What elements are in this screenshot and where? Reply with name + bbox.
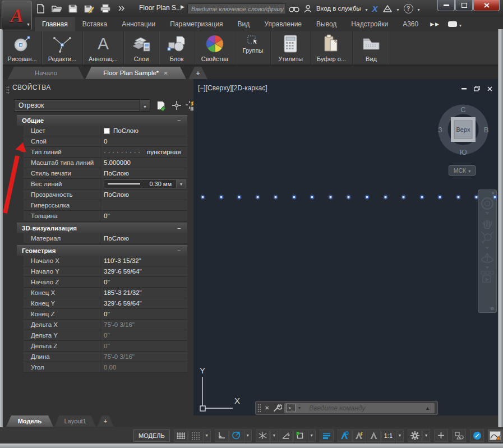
property-value[interactable]: 0": [100, 211, 187, 221]
object-snap-icon[interactable]: [293, 429, 307, 442]
zoom-icon[interactable]: [480, 230, 495, 245]
grid-display-icon[interactable]: [188, 429, 202, 442]
property-value[interactable]: 5.000000: [100, 158, 187, 168]
section-collapse-icon[interactable]: −: [177, 225, 187, 232]
tab-overflow-icon[interactable]: ▶▶: [426, 17, 445, 31]
annotation-scale-value[interactable]: 1:1: [381, 429, 395, 442]
tab-insert[interactable]: Вставка: [75, 17, 115, 31]
command-line[interactable]: ✕ >_ ▼ Введите команду ▲: [255, 401, 438, 415]
property-value[interactable]: 0": [100, 309, 187, 319]
snap-grid-icon[interactable]: [174, 429, 188, 442]
property-value[interactable]: ПоСлою: [100, 126, 187, 136]
application-menu-button[interactable]: A ▼: [2, 1, 32, 30]
navwheel-dropdown-icon[interactable]: [485, 212, 490, 215]
grid-dropdown-icon[interactable]: [203, 429, 211, 442]
lineweight-display-icon[interactable]: [320, 429, 334, 442]
tab-view[interactable]: Вид: [230, 17, 257, 31]
section-header[interactable]: Геометрия−: [17, 245, 187, 256]
command-prompt-dropdown-icon[interactable]: ▼: [297, 406, 301, 410]
ortho-mode-icon[interactable]: [215, 429, 229, 442]
isodraft-dropdown-icon[interactable]: [270, 429, 278, 442]
save-icon[interactable]: [67, 3, 79, 14]
panel-annotation[interactable]: A Аннотац...: [83, 31, 124, 64]
property-value[interactable]: ПоСлою: [100, 168, 187, 178]
layout1-tab[interactable]: Layout1: [54, 415, 96, 427]
tab-annotate[interactable]: Аннотации: [114, 17, 163, 31]
viewcube-south[interactable]: Ю: [459, 148, 467, 156]
toggle-pickadd-icon[interactable]: [155, 99, 167, 112]
new-drawing-tab-button[interactable]: +: [188, 67, 207, 79]
plus-tracking-icon[interactable]: [434, 429, 448, 442]
section-collapse-icon[interactable]: −: [177, 117, 187, 124]
orbit-icon[interactable]: [481, 251, 494, 265]
panel-layers[interactable]: Слои: [124, 31, 159, 64]
navigation-wheel-icon[interactable]: [481, 197, 494, 210]
a360-connect-icon[interactable]: [382, 4, 393, 13]
new-file-icon[interactable]: [35, 3, 46, 14]
annotation-autoscale-icon[interactable]: [352, 429, 366, 442]
file-tab-document[interactable]: Floor Plan Sample* ✕: [85, 67, 186, 79]
performance-warning-icon[interactable]: [488, 429, 502, 442]
property-value[interactable]: ·········пунктирная: [100, 147, 187, 157]
model-tab[interactable]: Модель: [6, 415, 53, 427]
palette-grip[interactable]: [6, 86, 10, 94]
viewcube-east[interactable]: В: [484, 126, 489, 134]
polar-tracking-icon[interactable]: [229, 429, 243, 442]
panel-properties[interactable]: Свойства: [195, 31, 236, 64]
a360-dropdown-icon[interactable]: [397, 3, 399, 13]
panel-view[interactable]: Вид: [353, 31, 390, 64]
close-button[interactable]: [473, 0, 500, 11]
property-value[interactable]: 0": [100, 341, 187, 351]
annotation-visibility-icon[interactable]: [338, 429, 352, 442]
select-objects-icon[interactable]: [170, 99, 183, 112]
tab-home[interactable]: Главная: [35, 17, 75, 31]
new-layout-button[interactable]: +: [97, 415, 114, 427]
object-type-dropdown-button[interactable]: [140, 100, 150, 111]
property-value[interactable]: 0: [100, 136, 187, 146]
viewcube-north[interactable]: С: [460, 105, 465, 114]
minimize-button[interactable]: [437, 0, 455, 11]
drawing-canvas[interactable]: [−][Сверху][2D-каркас] С Ю З В Верх МСК …: [193, 79, 498, 415]
section-header[interactable]: Общие−: [17, 115, 187, 126]
property-value[interactable]: 0": [100, 277, 187, 287]
open-folder-icon[interactable]: [51, 3, 62, 14]
lineweight-control[interactable]: 0.30 мм: [104, 179, 186, 188]
panel-clipboard[interactable]: Буфер о...: [311, 31, 353, 64]
property-value[interactable]: 110'-3 15/32": [100, 256, 187, 266]
tab-parametric[interactable]: Параметризация: [163, 17, 230, 31]
signin-dropdown-icon[interactable]: [366, 3, 368, 13]
model-space-button[interactable]: МОДЕЛЬ: [133, 429, 170, 442]
signin-button[interactable]: Вход в службы: [316, 5, 361, 12]
property-value[interactable]: 185'-3 21/32": [100, 288, 187, 298]
drawing-close-icon[interactable]: [487, 86, 492, 91]
property-value[interactable]: ПоСлою: [100, 190, 187, 200]
navigation-bar[interactable]: ✕ ⊖: [478, 190, 497, 313]
property-value[interactable]: 329'-6 59/64": [100, 266, 187, 276]
graphics-performance-icon[interactable]: [470, 429, 484, 442]
property-value[interactable]: 0.00: [100, 362, 187, 372]
tab-addins[interactable]: Надстройки: [344, 17, 395, 31]
lineweight-dropdown-icon[interactable]: [176, 180, 186, 188]
property-value[interactable]: 75'-0 3/16": [100, 352, 187, 362]
property-value[interactable]: ПоСлою: [100, 233, 187, 243]
workspace-gear-icon[interactable]: [408, 429, 422, 442]
search-input[interactable]: Введите ключевое слово/фразу: [187, 3, 286, 13]
zoom-dropdown-icon[interactable]: [485, 247, 490, 250]
viewport-controls-label[interactable]: [−][Сверху][2D-каркас]: [198, 84, 267, 92]
viewcube-west[interactable]: З: [438, 126, 442, 134]
scale-dropdown-icon[interactable]: [396, 429, 404, 442]
print-icon[interactable]: [100, 3, 111, 14]
property-value[interactable]: 75'-0 3/16": [100, 320, 187, 330]
workspace-dropdown-icon[interactable]: [422, 429, 430, 442]
isolate-objects-icon[interactable]: [452, 429, 466, 442]
ribbon-display-toggle[interactable]: [445, 17, 465, 31]
tab-a360[interactable]: A360: [395, 17, 426, 31]
property-value[interactable]: [100, 200, 187, 210]
drawing-minimize-icon[interactable]: [462, 88, 467, 90]
exchange-apps-icon[interactable]: X: [372, 4, 378, 13]
tab-manage[interactable]: Управление: [257, 17, 309, 31]
property-value[interactable]: 0": [100, 330, 187, 340]
save-as-icon[interactable]: [84, 3, 95, 14]
command-close-icon[interactable]: ✕: [265, 405, 269, 411]
drawing-restore-icon[interactable]: [474, 86, 480, 91]
